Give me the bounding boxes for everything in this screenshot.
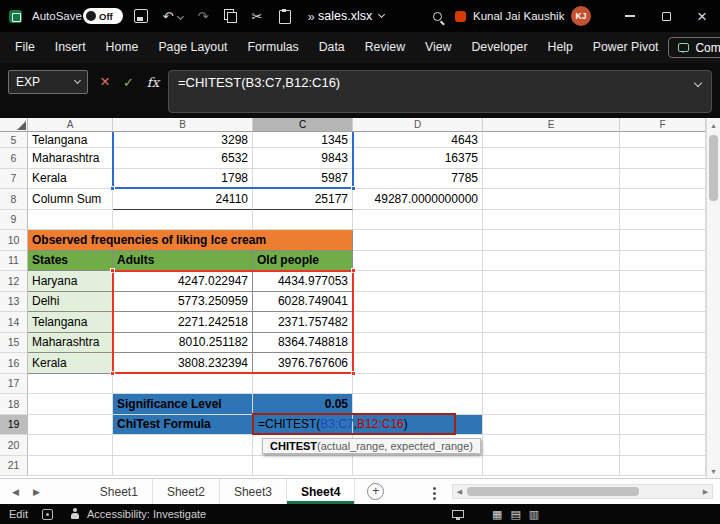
cell-C14[interactable]: 2371.757482 [253, 312, 353, 333]
cell-F11[interactable] [620, 251, 706, 272]
cell-D7[interactable]: 7785 [353, 169, 483, 190]
cell-C7[interactable]: 5987 [253, 169, 353, 190]
cell-A21[interactable] [28, 456, 113, 477]
row-header-14[interactable]: 14 [0, 312, 28, 333]
view-normal-icon[interactable] [492, 509, 502, 520]
cell-A10[interactable]: Observed frequencies of liking Ice cream [28, 230, 353, 251]
cell-C8[interactable]: 25177 [253, 189, 353, 210]
cell-D17[interactable] [353, 374, 483, 395]
cell-A17[interactable] [28, 374, 113, 395]
cell-F10[interactable] [620, 230, 706, 251]
cell-E7[interactable] [483, 169, 620, 190]
insert-function-icon[interactable]: fx [147, 75, 159, 90]
cell-B8[interactable]: 24110 [113, 189, 253, 210]
cell-B18[interactable]: Significance Level [113, 394, 253, 415]
cell-A6[interactable]: Maharashtra [28, 148, 113, 169]
maximize-button[interactable] [648, 0, 684, 32]
cell-B20[interactable] [113, 435, 253, 456]
row-header-16[interactable]: 16 [0, 353, 28, 374]
scroll-left-icon[interactable] [453, 485, 466, 498]
avatar[interactable]: KJ [571, 0, 591, 32]
cell-E11[interactable] [483, 251, 620, 272]
cell-D15[interactable] [353, 333, 483, 354]
cell-A9[interactable] [28, 210, 113, 231]
column-header-F[interactable]: F [620, 118, 706, 132]
cell-B17[interactable] [113, 374, 253, 395]
row-header-20[interactable]: 20 [0, 435, 28, 456]
cell-A19[interactable] [28, 415, 113, 436]
cell-C16[interactable]: 3976.767606 [253, 353, 353, 374]
row-header-6[interactable]: 6 [0, 148, 28, 169]
sheet-options-icon[interactable] [433, 487, 436, 490]
cell-B5[interactable]: 3298 [113, 132, 253, 148]
next-sheet-icon[interactable] [33, 487, 40, 497]
active-cell-edit-box[interactable]: =CHITEST(B3:C7,B12:C16) [252, 413, 456, 435]
vertical-scrollbar[interactable] [706, 118, 720, 478]
cell-B15[interactable]: 8010.251182 [113, 333, 253, 354]
ribbon-tab-file[interactable]: File [5, 32, 45, 63]
cell-C12[interactable]: 4434.977053 [253, 271, 353, 292]
enter-icon[interactable] [123, 73, 134, 91]
document-title[interactable]: sales.xlsx [318, 0, 384, 32]
cell-E16[interactable] [483, 353, 620, 374]
cell-F19[interactable] [620, 415, 706, 436]
cell-E6[interactable] [483, 148, 620, 169]
cell-B16[interactable]: 3808.232394 [113, 353, 253, 374]
cell-E10[interactable] [483, 230, 620, 251]
cell-E12[interactable] [483, 271, 620, 292]
accessibility-status[interactable]: Accessibility: Investigate [87, 508, 206, 520]
row-header-18[interactable]: 18 [0, 394, 28, 415]
collapse-formula-bar-icon[interactable] [694, 79, 702, 87]
cell-B9[interactable] [113, 210, 253, 231]
user-name[interactable]: Kunal Jai Kaushik [473, 0, 564, 32]
close-button[interactable] [684, 0, 720, 32]
paste-icon[interactable] [277, 9, 291, 23]
cell-A16[interactable]: Kerala [28, 353, 113, 374]
row-header-7[interactable]: 7 [0, 169, 28, 190]
ribbon-tab-data[interactable]: Data [309, 32, 355, 63]
sheet-tab-sheet3[interactable]: Sheet3 [220, 479, 287, 504]
cell-E17[interactable] [483, 374, 620, 395]
scroll-right-icon[interactable] [699, 485, 712, 498]
cell-E14[interactable] [483, 312, 620, 333]
cell-B6[interactable]: 6532 [113, 148, 253, 169]
column-header-E[interactable]: E [483, 118, 620, 132]
ribbon-tab-formulas[interactable]: Formulas [237, 32, 308, 63]
cell-A11[interactable]: States [28, 251, 113, 272]
ribbon-tab-view[interactable]: View [415, 32, 461, 63]
comments-button[interactable]: Comments [668, 37, 720, 58]
cell-E19[interactable] [483, 415, 620, 436]
scroll-down-icon[interactable] [707, 464, 720, 478]
cut-icon[interactable] [250, 9, 264, 23]
row-header-10[interactable]: 10 [0, 230, 28, 251]
cell-C18[interactable]: 0.05 [253, 394, 353, 415]
ribbon-tab-insert[interactable]: Insert [45, 32, 96, 63]
ribbon-tab-power-pivot[interactable]: Power Pivot [583, 32, 669, 63]
cell-F9[interactable] [620, 210, 706, 231]
cell-F12[interactable] [620, 271, 706, 292]
cell-D8[interactable]: 49287.0000000000 [353, 189, 483, 210]
cell-A18[interactable] [28, 394, 113, 415]
display-settings-icon[interactable] [452, 510, 464, 518]
row-header-13[interactable]: 13 [0, 292, 28, 313]
ribbon-tab-review[interactable]: Review [355, 32, 415, 63]
cell-C17[interactable] [253, 374, 353, 395]
cell-D6[interactable]: 16375 [353, 148, 483, 169]
ribbon-tab-help[interactable]: Help [538, 32, 583, 63]
cell-A20[interactable] [28, 435, 113, 456]
cell-C15[interactable]: 8364.748818 [253, 333, 353, 354]
view-page-layout-icon[interactable] [510, 509, 520, 520]
cell-B21[interactable] [113, 456, 253, 477]
cell-C6[interactable]: 9843 [253, 148, 353, 169]
cell-B7[interactable]: 1798 [113, 169, 253, 190]
cell-E20[interactable] [483, 435, 620, 456]
save-icon[interactable] [134, 9, 148, 23]
record-macro-icon[interactable] [42, 509, 53, 520]
formula-input[interactable]: =CHITEST(B3:C7,B12:C16) [168, 70, 712, 113]
previous-sheet-icon[interactable] [12, 487, 19, 497]
cell-B13[interactable]: 5773.250959 [113, 292, 253, 313]
cell-D5[interactable]: 4643 [353, 132, 483, 148]
cell-B14[interactable]: 2271.242518 [113, 312, 253, 333]
excel-app-icon[interactable] [9, 0, 22, 32]
cell-F16[interactable] [620, 353, 706, 374]
